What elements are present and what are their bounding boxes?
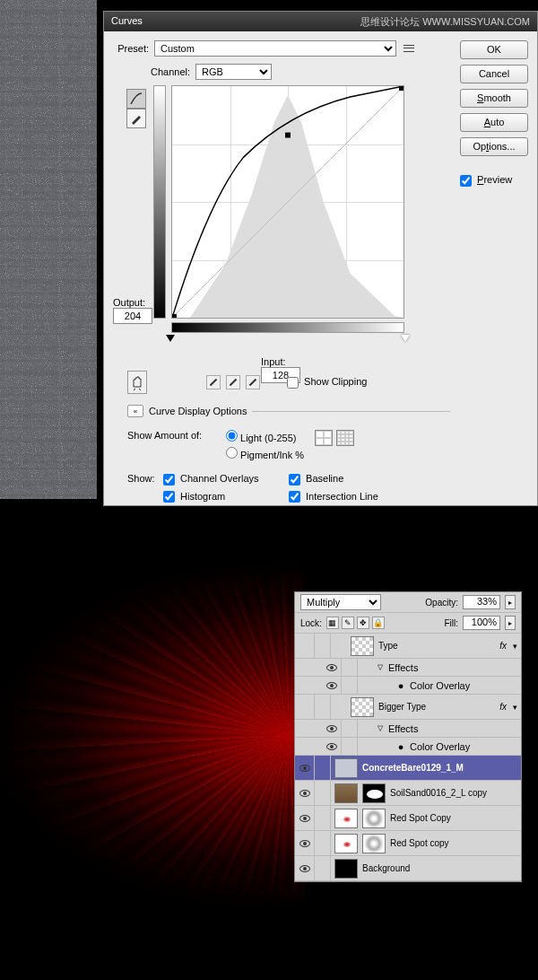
dialog-titlebar[interactable]: Curves 思维设计论坛 WWW.MISSYUAN.COM bbox=[104, 12, 537, 31]
white-point-slider[interactable] bbox=[401, 335, 410, 342]
pigment-radio[interactable]: Pigment/Ink % bbox=[226, 447, 304, 460]
grid-4-icon[interactable] bbox=[315, 430, 333, 446]
eye-icon bbox=[299, 765, 310, 772]
effects-row[interactable]: ▽Effects bbox=[295, 720, 521, 738]
ok-button[interactable]: OK bbox=[460, 40, 528, 59]
grid-10-icon[interactable] bbox=[336, 430, 354, 446]
preview-checkbox[interactable]: Preview bbox=[460, 174, 512, 185]
light-radio[interactable]: Light (0-255) bbox=[226, 430, 304, 443]
visibility-toggle[interactable] bbox=[295, 806, 315, 830]
lock-position-icon[interactable]: ✥ bbox=[357, 617, 369, 629]
layer-row[interactable]: Red Spot Copy bbox=[295, 806, 521, 831]
effect-icon: ● bbox=[395, 680, 406, 691]
fx-icon[interactable]: fx bbox=[499, 641, 508, 651]
options-title-row: « Curve Display Options bbox=[127, 405, 450, 417]
curve-lines bbox=[172, 86, 404, 318]
layers-panel: Multiply Opacity: 33% ▸ Lock: ▦ ✎ ✥ 🔒 Fi… bbox=[294, 591, 522, 882]
lock-pixels-icon[interactable]: ✎ bbox=[342, 617, 354, 629]
layer-thumb[interactable] bbox=[351, 697, 374, 717]
input-label: Input: bbox=[261, 356, 286, 367]
preview-checkbox-row: Preview bbox=[460, 174, 528, 187]
red-rays-render bbox=[0, 565, 305, 906]
visibility-toggle[interactable] bbox=[295, 634, 315, 658]
svg-rect-2 bbox=[172, 314, 177, 318]
blend-mode-select[interactable]: Multiply bbox=[300, 594, 381, 610]
show-label: Show: bbox=[127, 473, 163, 503]
preset-label: Preset: bbox=[113, 43, 149, 54]
layer-name: Background bbox=[362, 863, 410, 873]
effect-item[interactable]: ●Color Overlay bbox=[295, 677, 521, 695]
black-point-slider[interactable] bbox=[166, 335, 175, 342]
extra-thumb[interactable] bbox=[362, 834, 386, 853]
channel-overlays-check[interactable]: Channel Overlays bbox=[163, 473, 289, 486]
options-button[interactable]: Options... bbox=[460, 137, 528, 156]
visibility-toggle[interactable] bbox=[322, 720, 342, 737]
pencil-icon bbox=[130, 112, 143, 125]
layer-name: Bigger Type bbox=[378, 702, 426, 712]
baseline-check[interactable]: Baseline bbox=[289, 473, 378, 486]
eye-icon bbox=[326, 664, 337, 671]
opacity-caret-icon[interactable]: ▸ bbox=[505, 595, 516, 609]
layer-name: Type bbox=[378, 641, 398, 651]
curve-graph[interactable] bbox=[171, 85, 404, 319]
show-clipping-checkbox[interactable]: Show Clipping bbox=[287, 376, 367, 389]
on-image-tool[interactable] bbox=[127, 371, 147, 394]
lock-all-icon[interactable]: 🔒 bbox=[372, 617, 385, 629]
layer-thumb[interactable] bbox=[334, 834, 358, 853]
collapse-icon[interactable]: « bbox=[127, 405, 143, 417]
visibility-toggle[interactable] bbox=[295, 856, 315, 880]
layer-thumb[interactable] bbox=[351, 636, 374, 656]
effects-row[interactable]: ▽Effects bbox=[295, 659, 521, 677]
svg-line-0 bbox=[172, 86, 404, 318]
curve-point-tool[interactable] bbox=[126, 89, 146, 109]
visibility-toggle[interactable] bbox=[295, 695, 315, 719]
layer-row[interactable]: Red Spot copy bbox=[295, 831, 521, 856]
intersection-check[interactable]: Intersection Line bbox=[289, 491, 378, 503]
histogram-check[interactable]: Histogram bbox=[163, 491, 289, 503]
curve-pencil-tool[interactable] bbox=[126, 109, 146, 128]
layer-row[interactable]: Type fx ▾ bbox=[295, 634, 521, 659]
curve-display-options: « Curve Display Options Show Amount of: … bbox=[127, 405, 450, 503]
svg-rect-3 bbox=[399, 86, 404, 91]
visibility-toggle[interactable] bbox=[322, 738, 342, 755]
layer-row[interactable]: Bigger Type fx ▾ bbox=[295, 695, 521, 720]
output-input[interactable] bbox=[113, 308, 152, 324]
layer-thumb[interactable] bbox=[334, 758, 358, 778]
opacity-value[interactable]: 33% bbox=[463, 595, 500, 609]
preset-menu-icon[interactable] bbox=[402, 42, 416, 55]
lock-label: Lock: bbox=[300, 618, 322, 628]
chevron-down-icon[interactable]: ▾ bbox=[513, 642, 517, 651]
layer-thumb[interactable] bbox=[334, 783, 358, 803]
amount-radio-group: Light (0-255) Pigment/Ink % bbox=[226, 430, 304, 464]
fx-icon[interactable]: fx bbox=[499, 702, 508, 712]
layer-row[interactable]: SoilSand0016_2_L copy bbox=[295, 781, 521, 806]
visibility-toggle[interactable] bbox=[295, 756, 315, 780]
layer-thumb[interactable] bbox=[334, 859, 358, 879]
layer-row[interactable]: ConcreteBare0129_1_M bbox=[295, 756, 521, 781]
fill-caret-icon[interactable]: ▸ bbox=[505, 616, 516, 630]
lock-transparency-icon[interactable]: ▦ bbox=[326, 617, 339, 629]
channel-select[interactable]: RGB bbox=[195, 64, 272, 80]
preset-select[interactable]: Custom bbox=[154, 40, 396, 57]
layer-thumb[interactable] bbox=[334, 809, 358, 828]
layer-row[interactable]: Background bbox=[295, 856, 521, 881]
show-amount-row: Show Amount of: Light (0-255) Pigment/In… bbox=[127, 430, 450, 464]
chevron-down-icon[interactable]: ▾ bbox=[513, 703, 517, 712]
visibility-toggle[interactable] bbox=[322, 659, 342, 676]
effect-item[interactable]: ●Color Overlay bbox=[295, 738, 521, 756]
white-eyedropper-icon[interactable] bbox=[246, 375, 260, 389]
black-eyedropper-icon[interactable] bbox=[206, 375, 221, 389]
extra-thumb[interactable] bbox=[362, 809, 386, 828]
fill-value[interactable]: 100% bbox=[463, 616, 500, 630]
visibility-toggle[interactable] bbox=[295, 831, 315, 855]
svg-rect-1 bbox=[285, 133, 291, 138]
visibility-toggle[interactable] bbox=[295, 781, 315, 805]
gray-eyedropper-icon[interactable] bbox=[226, 375, 240, 389]
vertical-gradient bbox=[153, 85, 166, 319]
layer-name: ConcreteBare0129_1_M bbox=[362, 763, 464, 773]
curve-icon bbox=[129, 92, 143, 106]
cancel-button[interactable]: Cancel bbox=[460, 65, 528, 83]
mask-thumb[interactable] bbox=[362, 783, 386, 803]
visibility-toggle[interactable] bbox=[322, 677, 342, 694]
eyedropper-row bbox=[206, 375, 260, 389]
